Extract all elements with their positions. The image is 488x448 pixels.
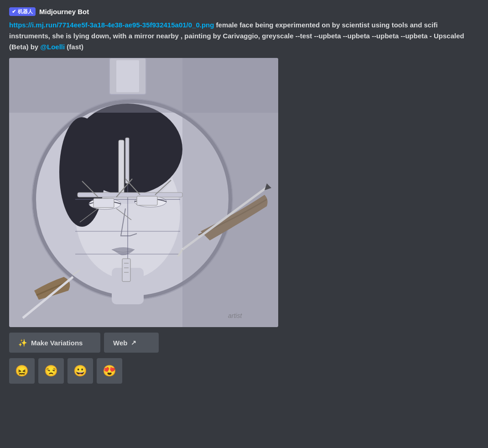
checkmark-icon: ✔ [12, 9, 16, 15]
bot-badge: ✔ 机器人 [9, 7, 36, 16]
emoji-reactions: 😖 😒 😀 😍 [9, 358, 479, 384]
emoji-distressed: 😖 [15, 365, 29, 377]
image-link[interactable]: https://i.mj.run/7714ee5f-3a18-4e38-ae95… [9, 21, 214, 29]
emoji-grinning: 😀 [73, 365, 87, 377]
svg-rect-14 [119, 140, 124, 195]
make-variations-label: Make Variations [31, 339, 83, 347]
user-mention[interactable]: @Loelli [40, 43, 65, 51]
message-container: ✔ 机器人 Midjourney Bot https://i.mj.run/77… [9, 7, 479, 384]
image-canvas: artist [9, 58, 278, 327]
emoji-heart-eyes: 😍 [103, 365, 116, 377]
emoji-heart-eyes-button[interactable]: 😍 [97, 358, 122, 384]
make-variations-button[interactable]: ✨ Make Variations [9, 333, 100, 353]
bot-badge-label: 机器人 [18, 8, 33, 15]
svg-point-6 [59, 117, 105, 227]
svg-rect-18 [137, 196, 157, 205]
make-variations-icon: ✨ [18, 339, 27, 347]
emoji-skeptical: 😒 [44, 365, 58, 377]
svg-rect-17 [93, 198, 114, 208]
svg-rect-19 [122, 259, 130, 281]
emoji-grinning-button[interactable]: 😀 [67, 358, 93, 384]
message-header: ✔ 机器人 Midjourney Bot [9, 7, 479, 16]
web-label: Web [113, 339, 127, 347]
ai-generated-image: artist [9, 58, 278, 327]
external-link-icon: ↗ [131, 339, 136, 346]
image-svg: artist [9, 58, 278, 327]
svg-rect-39 [116, 60, 139, 92]
emoji-skeptical-button[interactable]: 😒 [38, 358, 64, 384]
action-buttons: ✨ Make Variations Web ↗ [9, 333, 479, 353]
emoji-distressed-button[interactable]: 😖 [9, 358, 35, 384]
svg-rect-16 [78, 193, 182, 197]
bot-name: Midjourney Bot [39, 8, 89, 16]
svg-rect-15 [125, 138, 129, 183]
web-button[interactable]: Web ↗ [104, 333, 159, 353]
speed-label: (fast) [67, 43, 83, 51]
message-content: https://i.mj.run/7714ee5f-3a18-4e38-ae95… [9, 20, 479, 52]
